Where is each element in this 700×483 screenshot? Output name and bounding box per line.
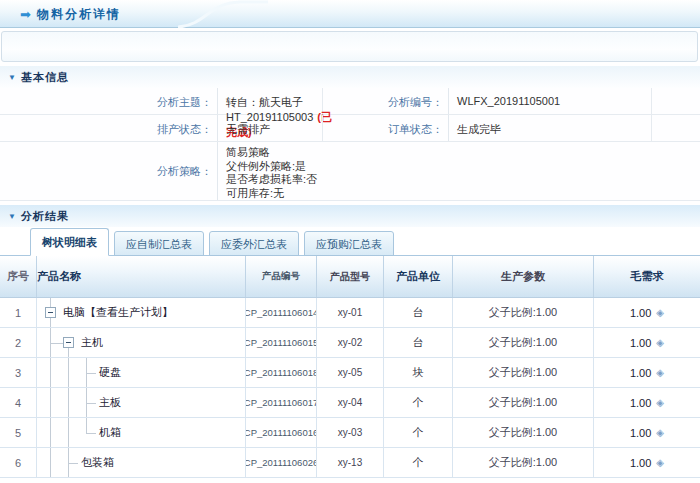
analysis-no-value: WLFX_20191105001	[449, 88, 652, 114]
tree-connector-line	[86, 418, 87, 433]
product-unit: 台	[384, 298, 453, 327]
product-unit: 个	[384, 388, 453, 417]
product-name: 主机	[81, 335, 103, 350]
schedule-status-label: 排产状态：	[0, 115, 218, 141]
subject-value: 转自：航天电子HT_20191105003(已完成)	[218, 88, 323, 114]
gross-demand-value: 1.00	[630, 307, 651, 319]
basic-section-header[interactable]: ▼ 基本信息	[0, 66, 700, 88]
tree-table-header: 序号产品名称产品编号产品型号产品单位生产参数毛需求	[0, 256, 700, 298]
titlebar: ➡ 物料分析详情	[0, 0, 700, 28]
tree-guide-line	[50, 358, 51, 387]
gross-demand-value: 1.00	[630, 427, 651, 439]
product-name-cell: 硬盘	[37, 358, 246, 387]
demand-detail-icon[interactable]: ◈	[656, 397, 664, 408]
row-seq: 2	[0, 328, 37, 357]
row-seq: 5	[0, 418, 37, 447]
form-row-subject: 分析主题： 转自：航天电子HT_20191105003(已完成) 分析编号： W…	[0, 88, 700, 115]
product-model: xy-05	[317, 358, 384, 387]
gross-demand-cell: 1.00◈	[594, 328, 700, 357]
tree-connector-line	[86, 373, 96, 374]
product-model: xy-04	[317, 388, 384, 417]
gross-demand-cell: 1.00◈	[594, 388, 700, 417]
product-code: CP_20111106016	[246, 418, 317, 447]
order-status-value: 生成完毕	[449, 115, 652, 141]
product-model: xy-01	[317, 298, 384, 327]
order-status-label: 订单状态：	[323, 115, 449, 141]
column-header: 产品单位	[384, 256, 453, 297]
column-header: 生产参数	[453, 256, 594, 297]
gross-demand-cell: 1.00◈	[594, 358, 700, 387]
product-name-cell: 主机	[37, 328, 246, 357]
product-code: CP_20111106017	[246, 388, 317, 417]
product-unit: 个	[384, 448, 453, 477]
product-name: 主板	[99, 395, 121, 410]
collapse-icon[interactable]: ▼	[8, 73, 16, 82]
gross-demand-value: 1.00	[630, 337, 651, 349]
tree-connector-line	[86, 403, 96, 404]
product-model: xy-03	[317, 418, 384, 447]
results-tabs: 树状明细表应自制汇总表应委外汇总表应预购汇总表	[0, 227, 700, 256]
analysis-results-section: ▼ 分析结果 树状明细表应自制汇总表应委外汇总表应预购汇总表 序号产品名称产品编…	[0, 205, 700, 478]
collapse-icon[interactable]: ▼	[8, 212, 16, 221]
column-header: 毛需求	[594, 256, 700, 297]
basic-info-section: ▼ 基本信息 分析主题： 转自：航天电子HT_20191105003(已完成) …	[0, 66, 700, 201]
gross-demand-value: 1.00	[630, 367, 651, 379]
results-section-title: 分析结果	[21, 209, 69, 224]
product-name-cell: 电脑【查看生产计划】	[37, 298, 246, 327]
demand-detail-icon[interactable]: ◈	[656, 457, 664, 468]
demand-detail-icon[interactable]: ◈	[656, 367, 664, 378]
product-name: 机箱	[99, 425, 121, 440]
product-code: CP_20111106015	[246, 328, 317, 357]
toolbar	[1, 31, 698, 62]
column-header: 序号	[0, 256, 37, 297]
product-name-cell: 机箱	[37, 418, 246, 447]
product-model: xy-13	[317, 448, 384, 477]
results-section-header[interactable]: ▼ 分析结果	[0, 205, 700, 227]
strategy-label: 分析策略：	[0, 142, 218, 200]
product-name: 包装箱	[81, 455, 114, 470]
column-header: 产品名称	[37, 256, 246, 297]
tree-table-body: 1电脑【查看生产计划】CP_20111106014xy-01台父子比例:1.00…	[0, 298, 700, 478]
production-param: 父子比例:1.00	[453, 418, 594, 447]
table-row: 3硬盘CP_20111106018xy-05块父子比例:1.001.00◈	[0, 358, 700, 388]
row-seq: 3	[0, 358, 37, 387]
production-param: 父子比例:1.00	[453, 448, 594, 477]
table-row: 5机箱CP_20111106016xy-03个父子比例:1.001.00◈	[0, 418, 700, 448]
table-row: 4主板CP_20111106017xy-04个父子比例:1.001.00◈	[0, 388, 700, 418]
product-unit: 台	[384, 328, 453, 357]
demand-detail-icon[interactable]: ◈	[656, 337, 664, 348]
schedule-status-value: 无需排产	[218, 115, 323, 141]
demand-detail-icon[interactable]: ◈	[656, 307, 664, 318]
form-row-status: 排产状态： 无需排产 订单状态： 生成完毕	[0, 115, 700, 142]
product-name-cell: 主板	[37, 388, 246, 417]
form-row-strategy: 分析策略： 简易策略 父件例外策略:是 是否考虑损耗率:否 可用库存:无	[0, 142, 700, 201]
product-name[interactable]: 电脑【查看生产计划】	[63, 305, 173, 320]
production-param: 父子比例:1.00	[453, 328, 594, 357]
tree-connector-line	[51, 343, 63, 344]
product-model: xy-02	[317, 328, 384, 357]
row-seq: 1	[0, 298, 37, 327]
product-name: 硬盘	[99, 365, 121, 380]
tree-guide-line	[68, 358, 69, 387]
row-seq: 6	[0, 448, 37, 477]
column-header: 产品型号	[317, 256, 384, 297]
production-param: 父子比例:1.00	[453, 358, 594, 387]
tab-prepurchase-summary[interactable]: 应预购汇总表	[304, 231, 394, 256]
tab-tree-detail[interactable]: 树状明细表	[30, 228, 109, 256]
product-code: CP_20111106026	[246, 448, 317, 477]
title-arrow-icon: ➡	[20, 8, 31, 22]
subject-label: 分析主题：	[0, 88, 218, 114]
tab-outsource-summary[interactable]: 应委外汇总表	[209, 231, 299, 256]
gross-demand-value: 1.00	[630, 457, 651, 469]
tab-self-make-summary[interactable]: 应自制汇总表	[114, 231, 204, 256]
demand-detail-icon[interactable]: ◈	[656, 427, 664, 438]
tree-expand-toggle[interactable]	[63, 337, 74, 348]
tree-connector-line	[68, 463, 78, 464]
tree-guide-line	[50, 388, 51, 417]
tree-expand-toggle[interactable]	[45, 307, 56, 318]
production-param: 父子比例:1.00	[453, 388, 594, 417]
gross-demand-cell: 1.00◈	[594, 418, 700, 447]
strategy-value: 简易策略 父件例外策略:是 是否考虑损耗率:否 可用库存:无	[218, 142, 700, 200]
product-code: CP_20111106018	[246, 358, 317, 387]
gross-demand-cell: 1.00◈	[594, 298, 700, 327]
